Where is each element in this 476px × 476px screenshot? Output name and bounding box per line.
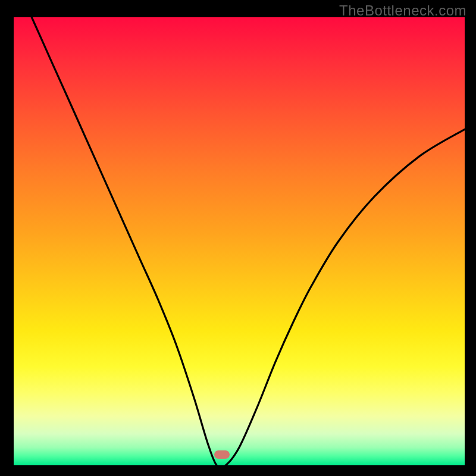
figure-frame: TheBottleneck.com xyxy=(0,0,476,476)
bottleneck-curve xyxy=(32,17,465,465)
curve-layer xyxy=(14,17,465,465)
plot-area xyxy=(14,17,465,465)
minimum-marker xyxy=(214,450,230,459)
watermark-text: TheBottleneck.com xyxy=(339,2,466,19)
